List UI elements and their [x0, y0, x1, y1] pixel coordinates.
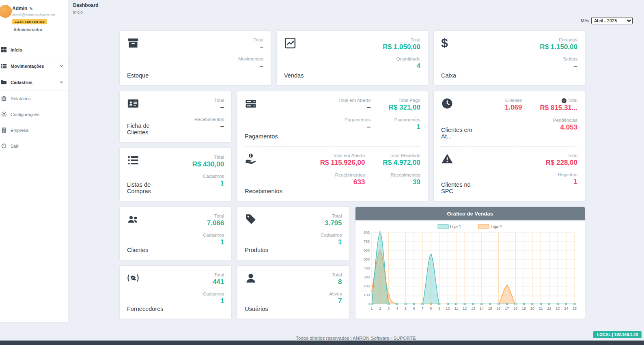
svg-text:1: 1 [370, 306, 373, 310]
sales-chart: 0100200300400500600700800123456789101112… [359, 222, 578, 315]
stat-label: Total [203, 272, 224, 277]
warning-triangle-icon [441, 153, 453, 165]
stat-label: Total [329, 272, 342, 277]
svg-text:24: 24 [564, 306, 568, 310]
card-fornecedores: Fornecedores Total 441 Cadastros 1 [120, 266, 231, 319]
card-title: Usuários [245, 306, 268, 313]
environment-badge: LOCAL | 192.168.1.20 [593, 331, 642, 338]
svg-text:18: 18 [513, 306, 517, 310]
svg-text:20: 20 [530, 306, 534, 310]
sidebar-item-label: Sair [11, 144, 19, 149]
breadcrumb[interactable]: Início [73, 10, 644, 15]
card-title: Fornecedores [127, 306, 163, 313]
stat-label: Recebimentos [320, 172, 365, 177]
card-title: Vendas [284, 73, 304, 79]
stat-label: Pendências [540, 118, 577, 123]
month-select[interactable]: Abril - 2025 [591, 17, 633, 24]
chart-line-icon [284, 37, 296, 49]
sidebar-item-label: Configurações [11, 112, 39, 117]
svg-text:400: 400 [363, 266, 369, 270]
store-badge: LOJA VERTENTES [12, 19, 47, 24]
sidebar-item-movimentacoes[interactable]: Movimentações [0, 58, 68, 74]
info-icon[interactable]: i [562, 98, 566, 103]
stat-label: Ativos [329, 291, 342, 296]
sidebar-item-cadastros[interactable]: Cadastros [0, 74, 68, 91]
stat-label: Cadastros [321, 233, 342, 237]
svg-text:500: 500 [363, 257, 369, 261]
svg-text:0: 0 [367, 302, 369, 306]
stat-value: 1 [389, 123, 420, 131]
stat-value: – [338, 123, 371, 131]
stat-value: 1 [546, 178, 577, 186]
user-role: Administrador [13, 27, 65, 32]
sidebar-item-inicio[interactable]: Início [0, 42, 68, 58]
stat-value: – [194, 104, 224, 112]
sidebar-item-label: Cadastros [11, 80, 32, 85]
clipboard-icon [1, 95, 7, 101]
stat-label: Total [383, 37, 420, 42]
stat-label: Total em Aberto [320, 153, 365, 158]
stat-label: Cadastros [192, 174, 224, 179]
stat-value: 3.795 [321, 219, 342, 227]
sidebar-item-label: Início [11, 47, 22, 52]
clock-icon [441, 97, 453, 110]
stat-value: R$ 4.972,00 [383, 159, 420, 167]
card-title: Caixa [441, 73, 456, 79]
stat-value: 1 [203, 297, 224, 305]
sidebar-item-relatorios[interactable]: Relatórios [0, 91, 68, 106]
sidebar-item-empresa[interactable]: Empresa [0, 122, 68, 138]
gear-icon [1, 111, 7, 117]
sidebar-item-sair[interactable]: Sair [0, 138, 68, 154]
stat-label: Total Recebido [383, 153, 420, 158]
stat-value: 8 [329, 278, 342, 286]
sidebar: Admin ✎ credit@anronsoftware.co... LOJA … [0, 0, 68, 322]
stat-label: Recebimentos [383, 172, 420, 177]
card-produtos: Produtos Total 3.795 Cadastros 1 [237, 207, 349, 260]
building-icon [1, 127, 7, 133]
svg-text:6: 6 [413, 306, 415, 310]
stat-label: Total em Aberto [338, 98, 371, 103]
svg-text:800: 800 [363, 231, 369, 235]
stat-label: Clientes [505, 98, 522, 103]
svg-text:300: 300 [363, 275, 369, 279]
stat-value: 7 [329, 297, 342, 305]
card-title: Recebimentos [245, 188, 282, 195]
sidebar-item-label: Movimentações [11, 64, 44, 69]
svg-text:600: 600 [363, 248, 369, 252]
card-atraso-spc: Clientes em At... Clientes 1.069 iTotal … [434, 91, 585, 201]
user-name: Admin [12, 6, 27, 11]
user-box: Admin ✎ credit@anronsoftware.co... LOJA … [0, 0, 68, 36]
handshake-icon [127, 272, 139, 284]
stat-value: 1 [321, 238, 342, 246]
sidebar-menu: Início Movimentações Cadastros Relató [0, 42, 68, 154]
svg-text:5: 5 [404, 306, 406, 310]
card-caixa: $ Caixa Entradas R$ 1.150,00 Saídas – [434, 31, 585, 85]
hand-holding-dollar-icon [245, 153, 257, 165]
stat-label: Total [321, 213, 342, 218]
svg-text:23: 23 [556, 306, 560, 310]
svg-text:8: 8 [430, 306, 432, 310]
stat-value: – [338, 104, 371, 112]
grid-icon [1, 47, 7, 53]
stat-label: Total Pago [389, 98, 420, 103]
avatar[interactable] [0, 5, 12, 18]
card-ficha-clientes: Ficha de Clientes Total – Recebimentos – [120, 91, 231, 142]
stat-value: R$ 1.150,00 [540, 43, 577, 51]
sidebar-item-configuracoes[interactable]: Configurações [0, 106, 68, 122]
stat-label: Registros [546, 172, 577, 177]
stat-label: Movimentos [238, 56, 263, 61]
stat-value: 4.053 [540, 123, 577, 132]
stat-label: Pagamentos [389, 117, 420, 122]
money-bills-icon [245, 97, 257, 110]
stat-value: 1 [192, 179, 224, 188]
tag-icon [245, 213, 257, 225]
edit-pencil-icon[interactable]: ✎ [30, 6, 33, 11]
card-title: Clientes [127, 247, 148, 254]
card-clientes: Clientes Total 7.066 Cadastros 1 [120, 207, 231, 260]
month-label: Mês [581, 18, 589, 23]
card-clientes-spc: Clientes no SPC Total R$ 228,00 Registro… [434, 147, 585, 201]
svg-text:Loja 1: Loja 1 [450, 224, 461, 229]
dollar-icon: $ [441, 37, 456, 49]
chart-title: Gráfico de Vendas [355, 207, 585, 220]
svg-text:11: 11 [454, 306, 458, 310]
